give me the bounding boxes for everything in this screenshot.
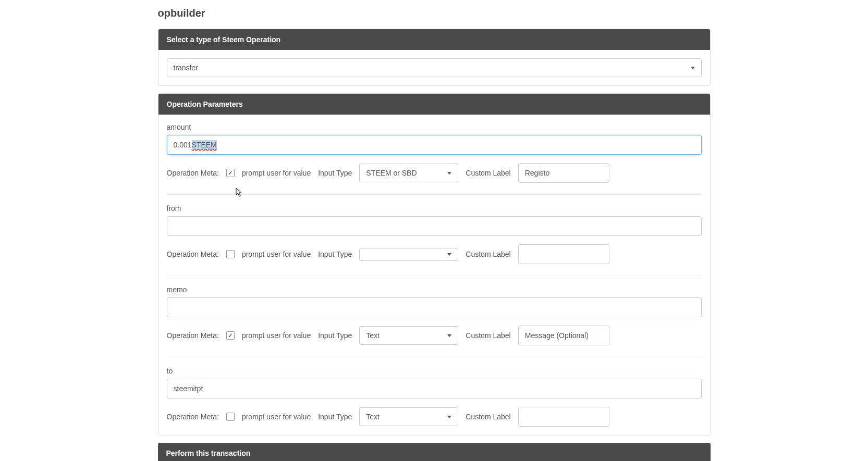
memo-input[interactable]	[167, 297, 702, 317]
operation-type-dropdown[interactable]: transfer	[167, 58, 702, 77]
amount-meta-label: Operation Meta:	[167, 169, 219, 177]
memo-label: memo	[167, 285, 702, 294]
to-prompt-checkbox[interactable]	[226, 413, 235, 421]
caret-down-icon	[691, 67, 695, 69]
param-memo: memo Operation Meta: prompt user for val…	[167, 285, 702, 357]
amount-input-type-value: STEEM or SBD	[366, 169, 417, 177]
from-prompt-label: prompt user for value	[242, 250, 311, 258]
operation-parameters-header: Operation Parameters	[158, 94, 710, 115]
amount-value-selected: STEEM	[192, 140, 217, 149]
from-custom-label-input[interactable]	[518, 244, 609, 264]
amount-label: amount	[167, 123, 702, 131]
page-title: opbuilder	[158, 0, 711, 29]
to-prompt-label: prompt user for value	[242, 413, 311, 421]
to-input-type-value: Text	[366, 413, 380, 421]
caret-down-icon	[447, 172, 451, 175]
from-meta-label: Operation Meta:	[167, 250, 219, 258]
amount-prompt-checkbox[interactable]	[226, 169, 235, 177]
operation-parameters-panel: Operation Parameters amount 0.001 STEEM …	[158, 93, 711, 435]
amount-input-type-dropdown[interactable]: STEEM or SBD	[359, 164, 458, 182]
to-input[interactable]	[167, 379, 702, 398]
memo-prompt-label: prompt user for value	[242, 331, 311, 340]
to-custom-label-label: Custom Label	[466, 413, 510, 421]
from-input-type-label: Input Type	[318, 250, 352, 258]
caret-down-icon	[447, 253, 451, 256]
to-label: to	[167, 367, 702, 375]
amount-custom-label-label: Custom Label	[466, 169, 510, 177]
to-meta-label: Operation Meta:	[167, 413, 219, 421]
from-prompt-checkbox[interactable]	[226, 250, 235, 258]
amount-input-type-label: Input Type	[318, 169, 352, 177]
to-input-type-label: Input Type	[318, 413, 352, 421]
memo-meta-label: Operation Meta:	[167, 331, 219, 340]
from-custom-label-label: Custom Label	[466, 250, 510, 258]
caret-down-icon	[447, 334, 451, 337]
perform-transaction-header: Perform this transaction	[158, 443, 711, 461]
select-operation-panel: Select a type of Steem Operation transfe…	[158, 29, 711, 86]
param-to: to Operation Meta: prompt user for value…	[167, 367, 702, 427]
operation-type-value: transfer	[174, 64, 198, 72]
memo-prompt-checkbox[interactable]	[226, 331, 235, 340]
memo-input-type-dropdown[interactable]: Text	[359, 326, 458, 345]
from-label: from	[167, 204, 702, 213]
param-amount: amount 0.001 STEEM Operation Meta: promp…	[167, 123, 702, 195]
memo-custom-label-label: Custom Label	[466, 331, 510, 340]
amount-input[interactable]: 0.001 STEEM	[167, 135, 702, 155]
to-custom-label-input[interactable]	[518, 407, 609, 427]
to-input-type-dropdown[interactable]: Text	[359, 407, 458, 426]
memo-input-type-label: Input Type	[318, 331, 352, 340]
from-input[interactable]	[167, 216, 702, 236]
from-input-type-dropdown[interactable]	[359, 248, 458, 261]
memo-custom-label-input[interactable]	[518, 326, 609, 345]
caret-down-icon	[447, 416, 451, 418]
amount-value-prefix: 0.001	[174, 140, 192, 149]
select-operation-header: Select a type of Steem Operation	[158, 29, 710, 50]
amount-prompt-label: prompt user for value	[242, 169, 311, 177]
cursor-icon	[236, 188, 243, 199]
param-from: from Operation Meta: prompt user for val…	[167, 204, 702, 276]
memo-input-type-value: Text	[366, 331, 380, 340]
amount-custom-label-input[interactable]	[518, 163, 609, 183]
